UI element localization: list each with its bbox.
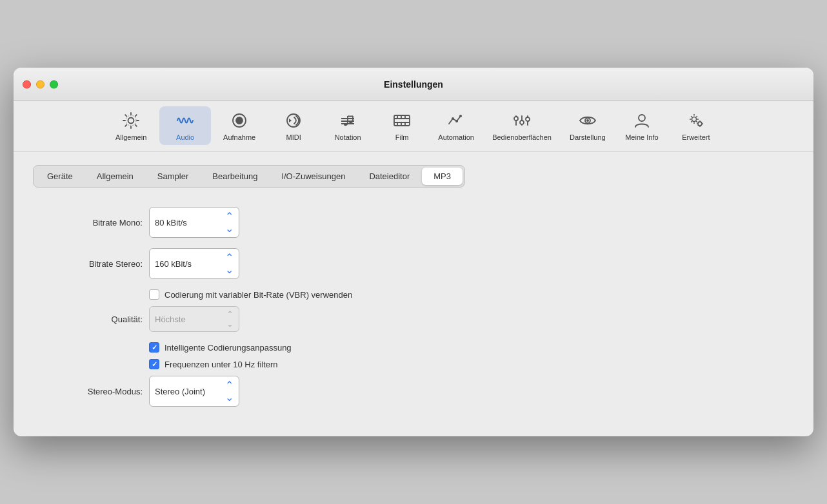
window-title: Einstellungen	[384, 79, 443, 90]
svg-point-32	[639, 115, 645, 121]
record-icon	[229, 110, 250, 131]
toolbar-label-midi: MIDI	[286, 133, 301, 141]
toolbar-item-audio[interactable]: Audio	[159, 106, 211, 145]
svg-point-23	[459, 115, 462, 117]
tab-dateieditor[interactable]: Dateieditor	[357, 168, 421, 185]
eye-icon	[577, 110, 598, 131]
toolbar-item-film[interactable]: Film	[376, 106, 428, 145]
qualitaet-row: Qualität: Höchste ⌃⌄	[39, 306, 788, 332]
tab-allgemein[interactable]: Allgemein	[85, 168, 145, 185]
svg-point-28	[520, 121, 524, 124]
qualitaet-value: Höchste	[155, 315, 186, 324]
svg-point-21	[452, 117, 454, 120]
toolbar-label-audio: Audio	[176, 133, 194, 141]
sliders-icon	[512, 110, 532, 131]
intelligent-label: Intelligente Codierungsanpassung	[164, 343, 292, 353]
bitrate-stereo-label: Bitrate Stereo:	[39, 259, 143, 269]
toolbar-label-bedienoberflaechen: Bedienoberflächen	[492, 133, 552, 141]
toolbar-item-aufnahme[interactable]: Aufnahme	[214, 106, 265, 145]
toolbar: Allgemein Audio Aufnahme	[14, 101, 813, 152]
svg-point-29	[526, 117, 530, 121]
film-icon	[392, 110, 412, 131]
bitrate-stereo-dropdown[interactable]: 160 kBit/s ⌃⌄	[149, 248, 239, 279]
toolbar-label-allgemein: Allgemein	[115, 133, 146, 141]
notation-icon	[337, 110, 358, 131]
advanced-gear-icon	[686, 110, 706, 131]
svg-rect-12	[394, 115, 410, 126]
toolbar-label-darstellung: Darstellung	[570, 133, 606, 141]
toolbar-item-automation[interactable]: Automation	[430, 106, 482, 145]
stereo-modus-dropdown[interactable]: Stereo (Joint) ⌃⌄	[149, 376, 239, 407]
svg-point-33	[692, 117, 696, 122]
intelligent-row: Intelligente Codierungsanpassung	[149, 342, 788, 353]
stereo-modus-arrow-icon: ⌃⌄	[225, 379, 234, 403]
toolbar-item-bedienoberflaechen[interactable]: Bedienoberflächen	[484, 106, 559, 145]
frequenzen-checkbox[interactable]	[149, 359, 159, 369]
tab-geraete[interactable]: Geräte	[35, 168, 85, 185]
toolbar-item-midi[interactable]: MIDI	[268, 106, 319, 145]
bitrate-stereo-arrow-icon: ⌃⌄	[225, 251, 234, 276]
svg-point-0	[128, 118, 134, 124]
frequenzen-row: Frequenzen unter 10 Hz filtern	[149, 359, 788, 369]
toolbar-label-erweitert: Erweitert	[682, 133, 710, 141]
bitrate-mono-label: Bitrate Mono:	[39, 218, 143, 228]
tab-io-zuweisungen[interactable]: I/O-Zuweisungen	[270, 168, 357, 185]
tab-bar: Geräte Allgemein Sampler Bearbeitung I/O…	[33, 165, 465, 188]
tab-bearbeitung[interactable]: Bearbeitung	[201, 168, 269, 185]
audio-wave-icon	[175, 110, 195, 131]
bitrate-stereo-value: 160 kBit/s	[155, 259, 192, 269]
bitrate-mono-arrow-icon: ⌃⌄	[225, 210, 234, 235]
bitrate-mono-value: 80 kBit/s	[155, 218, 187, 228]
maximize-button[interactable]	[50, 80, 58, 88]
automation-icon	[446, 110, 466, 131]
toolbar-label-aufnahme: Aufnahme	[223, 133, 255, 141]
vbr-label: Codierung mit variabler Bit-Rate (VBR) v…	[164, 290, 352, 300]
content-area: Geräte Allgemein Sampler Bearbeitung I/O…	[14, 152, 813, 436]
qualitaet-dropdown: Höchste ⌃⌄	[149, 306, 239, 332]
stereo-modus-value: Stereo (Joint)	[155, 387, 205, 396]
toolbar-item-allgemein[interactable]: Allgemein	[105, 106, 157, 145]
svg-point-22	[455, 120, 458, 122]
svg-point-27	[514, 117, 518, 121]
person-icon	[632, 110, 652, 131]
toolbar-item-notation[interactable]: Notation	[322, 106, 374, 145]
gear-icon	[121, 110, 141, 131]
stereo-modus-row: Stereo-Modus: Stereo (Joint) ⌃⌄	[39, 376, 788, 407]
qualitaet-arrow-icon: ⌃⌄	[226, 309, 234, 329]
tab-sampler[interactable]: Sampler	[146, 168, 200, 185]
traffic-lights	[23, 80, 58, 88]
titlebar: Einstellungen	[14, 68, 813, 101]
intelligent-checkbox[interactable]	[149, 342, 159, 353]
svg-point-31	[586, 119, 589, 122]
main-window: Einstellungen Allgemein Audio	[14, 68, 813, 436]
stereo-modus-label: Stereo-Modus:	[39, 387, 143, 396]
toolbar-item-erweitert[interactable]: Erweitert	[670, 106, 722, 145]
bitrate-mono-row: Bitrate Mono: 80 kBit/s ⌃⌄	[39, 207, 788, 238]
vbr-row: Codierung mit variabler Bit-Rate (VBR) v…	[149, 289, 788, 300]
qualitaet-label: Qualität:	[39, 315, 143, 324]
settings-panel: Bitrate Mono: 80 kBit/s ⌃⌄ Bitrate Stere…	[33, 207, 794, 407]
toolbar-item-meineinfo[interactable]: Meine Info	[616, 106, 668, 145]
bitrate-stereo-row: Bitrate Stereo: 160 kBit/s ⌃⌄	[39, 248, 788, 279]
bitrate-mono-dropdown[interactable]: 80 kBit/s ⌃⌄	[149, 207, 239, 238]
frequenzen-label: Frequenzen unter 10 Hz filtern	[164, 360, 278, 369]
toolbar-label-automation: Automation	[438, 133, 474, 141]
toolbar-label-meineinfo: Meine Info	[625, 133, 658, 141]
toolbar-label-film: Film	[395, 133, 409, 141]
minimize-button[interactable]	[36, 80, 45, 88]
toolbar-item-darstellung[interactable]: Darstellung	[562, 106, 613, 145]
tab-mp3[interactable]: MP3	[422, 168, 463, 185]
svg-point-3	[236, 117, 243, 124]
close-button[interactable]	[23, 80, 31, 88]
toolbar-label-notation: Notation	[335, 133, 361, 141]
svg-point-1	[126, 115, 136, 126]
vbr-checkbox[interactable]	[149, 289, 159, 300]
midi-icon	[283, 110, 304, 131]
